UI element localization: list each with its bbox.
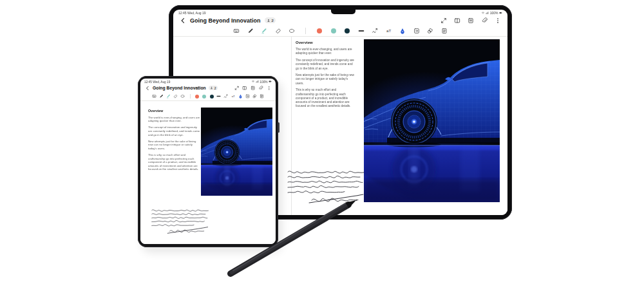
drawing-toolbar: aT	[173, 25, 507, 36]
stroke-width-icon[interactable]	[216, 94, 221, 99]
back-button[interactable]	[145, 86, 150, 91]
phone-screen: 12:45 Wed, Aug 19 100% Going Beyond Inno…	[140, 79, 276, 244]
status-icons: 100%	[482, 11, 502, 15]
lasso-select-tool-icon[interactable]	[180, 94, 185, 99]
note-paragraph: The world is ever-changing, and users ar…	[148, 116, 201, 123]
svg-text:aT: aT	[231, 95, 234, 98]
split-view-icon[interactable]	[454, 17, 460, 24]
color-swatch-navy[interactable]	[344, 28, 350, 34]
note-header: Going Beyond Innovation 2	[173, 15, 507, 25]
status-time-date: 12:45 Wed, Aug 19	[178, 11, 205, 15]
lasso-select-tool-icon[interactable]	[289, 28, 295, 34]
shapes-icon[interactable]	[252, 94, 257, 99]
highlighter-tool-icon[interactable]	[261, 28, 267, 34]
back-button[interactable]	[180, 17, 186, 24]
shapes-icon[interactable]	[427, 28, 433, 34]
keyboard-tool-icon[interactable]	[233, 28, 240, 34]
more-options-icon[interactable]	[495, 17, 501, 24]
expand-icon[interactable]	[440, 17, 447, 24]
handwriting-to-text-icon[interactable]	[372, 28, 378, 34]
page-template-icon[interactable]	[245, 94, 250, 99]
note-heading: Overview	[148, 109, 201, 113]
note-page[interactable]: Overview The world is ever-changing, and…	[140, 101, 276, 244]
note-header: Going Beyond Innovation 2	[140, 84, 276, 92]
note-paragraph: New attempts just for the sake of being …	[296, 73, 355, 86]
tablet-camera-notch	[331, 10, 355, 14]
text-style-icon[interactable]: aT	[386, 28, 392, 34]
scene: 12:45 Wed, Aug 19 100% Going Beyond Inno…	[0, 0, 644, 282]
handwritten-ink-note[interactable]	[149, 205, 216, 236]
attachment-icon[interactable]	[258, 86, 263, 91]
note-title: Going Beyond Innovation	[153, 86, 206, 90]
car-wireframe-image[interactable]	[201, 108, 272, 196]
note-heading: Overview	[296, 40, 355, 44]
favorite-pens-icon[interactable]	[238, 94, 243, 99]
shared-count: 2	[214, 86, 216, 90]
note-paragraph: The concept of innovation and ingenuity …	[296, 58, 355, 70]
pen-tool-icon[interactable]	[247, 28, 254, 34]
eraser-tool-icon[interactable]	[173, 94, 178, 99]
eraser-tool-icon[interactable]	[275, 28, 281, 34]
wifi-icon	[482, 12, 485, 15]
tool-group-divider	[303, 28, 309, 34]
signal-icon	[256, 80, 259, 83]
note-title: Going Beyond Innovation	[190, 17, 261, 24]
signal-icon	[486, 12, 489, 15]
attachment-icon[interactable]	[481, 17, 488, 24]
drawing-toolbar: aT	[140, 92, 276, 100]
color-swatch-coral[interactable]	[316, 28, 323, 34]
highlighter-tool-icon[interactable]	[166, 94, 171, 99]
note-paragraph: This is why so much effort and craftsman…	[148, 153, 201, 171]
person-icon	[267, 19, 270, 23]
note-paragraph: New attempts just for the sake of being …	[148, 139, 201, 150]
phone-status-bar: 12:45 Wed, Aug 19 100%	[140, 79, 276, 84]
tool-group-divider	[188, 94, 193, 99]
svg-text:aT: aT	[386, 28, 391, 33]
wifi-icon	[251, 80, 254, 83]
header-actions	[234, 86, 272, 91]
note-paragraph: This is why so much effort and craftsman…	[296, 88, 355, 108]
page-list-icon[interactable]	[251, 86, 256, 91]
pen-tool-icon[interactable]	[159, 94, 164, 99]
status-icons: 100%	[251, 80, 272, 84]
split-view-icon[interactable]	[242, 86, 247, 91]
color-swatch-mint[interactable]	[330, 28, 337, 34]
person-icon	[210, 86, 213, 89]
note-paragraph: The concept of innovation and ingenuity …	[148, 126, 201, 136]
shared-count: 2	[272, 19, 274, 23]
foldable-phone-device: 12:45 Wed, Aug 19 100% Going Beyond Inno…	[138, 76, 278, 247]
color-swatch-navy[interactable]	[209, 94, 214, 99]
color-swatch-mint[interactable]	[202, 94, 207, 99]
stroke-width-icon[interactable]	[358, 28, 365, 34]
expand-icon[interactable]	[234, 86, 240, 91]
page-list-icon[interactable]	[468, 17, 474, 24]
shared-users-badge[interactable]: 2	[209, 86, 218, 90]
note-text-column[interactable]: Overview The world is ever-changing, and…	[296, 40, 355, 182]
battery-percent: 100%	[490, 11, 498, 15]
handwriting-to-text-icon[interactable]	[223, 94, 228, 99]
shared-users-badge[interactable]: 2	[265, 17, 276, 23]
battery-percent: 100%	[260, 80, 267, 84]
more-options-icon[interactable]	[267, 86, 272, 91]
phone-side-button	[278, 122, 279, 133]
favorite-pens-icon[interactable]	[399, 28, 406, 34]
car-wireframe-image[interactable]	[364, 39, 500, 202]
color-swatch-coral[interactable]	[195, 94, 200, 99]
page-settings-icon[interactable]	[260, 94, 264, 99]
status-time-date: 12:45 Wed, Aug 19	[144, 80, 170, 84]
text-style-icon[interactable]: aT	[231, 94, 236, 99]
page-template-icon[interactable]	[413, 28, 420, 34]
battery-icon	[269, 80, 272, 83]
battery-icon	[499, 12, 502, 15]
page-settings-icon[interactable]	[441, 28, 448, 34]
handwritten-ink-note[interactable]	[284, 165, 375, 207]
header-actions	[440, 17, 501, 24]
note-paragraph: The world is ever-changing, and users ar…	[296, 48, 355, 55]
keyboard-tool-icon[interactable]	[152, 94, 156, 99]
